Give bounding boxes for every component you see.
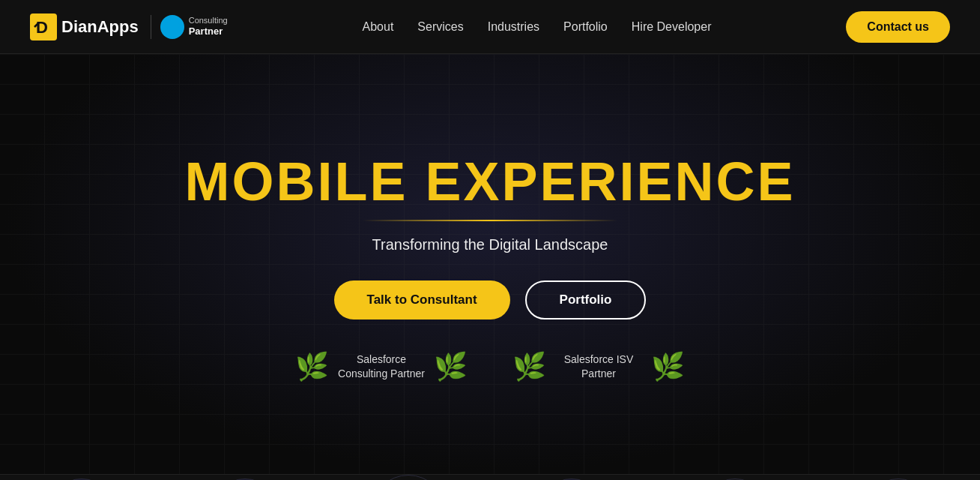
badge-isv-partner: 🌿 Salesforce ISV Partner 🌿 [512,352,685,382]
nav-industries[interactable]: Industries [488,20,539,33]
logo-circle-mvc: M VC [371,475,446,481]
badge-isv-text: Salesforce ISV Partner [554,352,644,382]
laurel-left-2: 🌿 [512,353,546,380]
nav-about[interactable]: About [363,20,394,33]
salesforce-badge: Consulting Partner [151,15,228,39]
laurel-right-1: 🌿 [434,353,468,380]
badge-consulting-text: Salesforce Consulting Partner [336,352,426,382]
nav-portfolio[interactable]: Portfolio [563,20,608,33]
hero-content: MOBILE EXPERIENCE Transforming the Digit… [154,109,825,419]
hero-subtitle: Transforming the Digital Landscape [184,236,795,254]
talk-consultant-button[interactable]: Talk to Consultant [334,280,510,320]
logo-getsupp: GETSUPP [817,475,980,481]
logo-uber-eats: Uber Eats [653,475,817,481]
logo-caratlane: ✦ CARATLANE A TANISHQ Partnership [0,475,163,481]
hero-divider [363,220,617,221]
svg-text:D: D [36,18,48,37]
nav-links: About Services Industries Portfolio Hire… [363,20,712,34]
navbar: D DianApps Consulting Partner About Serv… [0,0,980,54]
nav-hire-developer[interactable]: Hire Developer [632,20,712,33]
salesforce-cloud-icon [160,15,184,39]
salesforce-text: Consulting Partner [189,16,228,38]
hero-title: MOBILE EXPERIENCE [184,154,795,211]
laurel-left-1: 🌿 [295,353,329,380]
client-logos-row: ✦ CARATLANE A TANISHQ Partnership ⊘ Zagg… [0,474,980,480]
hero-badges: 🌿 Salesforce Consulting Partner 🌿 🌿 Sale… [184,346,795,404]
portfolio-button[interactable]: Portfolio [525,280,647,320]
logo-zaggle: ⊘ Zaggle [163,475,327,481]
brand-name: DianApps [61,17,139,37]
brand-logo[interactable]: D DianApps [30,14,139,40]
logo-mvc: M VC [327,475,490,481]
nav-left: D DianApps Consulting Partner [30,14,228,40]
hero-section: MOBILE EXPERIENCE Transforming the Digit… [0,54,980,474]
nav-services[interactable]: Services [417,20,463,33]
logo-khatabook: Khatabook [490,475,653,481]
hero-buttons: Talk to Consultant Portfolio [184,280,795,320]
contact-button[interactable]: Contact us [846,11,950,43]
logos-track: ✦ CARATLANE A TANISHQ Partnership ⊘ Zagg… [0,475,980,481]
laurel-right-2: 🌿 [651,353,685,380]
badge-consulting-partner: 🌿 Salesforce Consulting Partner 🌿 [295,352,468,382]
